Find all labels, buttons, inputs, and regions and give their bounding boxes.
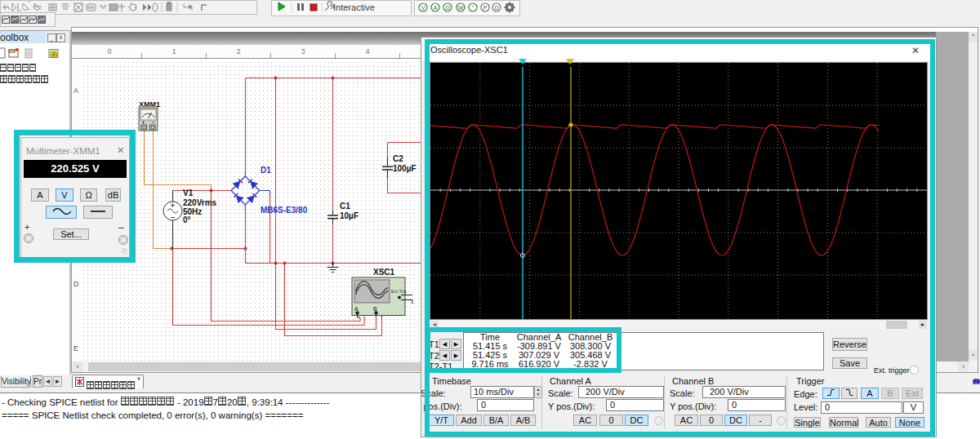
svg-text:V: V [421, 5, 425, 11]
svg-text:50Hz: 50Hz [183, 207, 202, 216]
svg-text:XMM1: XMM1 [139, 100, 160, 109]
svg-text:1: 1 [172, 47, 176, 55]
svg-text:A: A [354, 306, 359, 312]
svg-text:XSC1: XSC1 [373, 268, 395, 277]
svg-text:3: 3 [301, 47, 305, 55]
svg-text:A: A [434, 5, 438, 11]
svg-text:220Vrms: 220Vrms [183, 198, 217, 207]
svg-text:W: W [458, 5, 464, 11]
svg-text:0°: 0° [183, 215, 191, 224]
svg-text:10µF: 10µF [340, 211, 359, 220]
svg-text:4: 4 [366, 47, 370, 55]
svg-text:°: ° [472, 5, 474, 11]
svg-text:2: 2 [237, 47, 241, 55]
svg-text:MB6S-E3/80: MB6S-E3/80 [261, 206, 308, 215]
svg-text:B: B [373, 306, 377, 312]
svg-text:D1: D1 [261, 166, 271, 175]
svg-text:P: P [483, 5, 488, 11]
svg-text:Ω: Ω [494, 5, 498, 11]
svg-text:Ω: Ω [445, 5, 449, 11]
svg-text:C2: C2 [393, 154, 403, 163]
svg-text:0: 0 [108, 47, 112, 55]
svg-text:V1: V1 [183, 188, 194, 197]
svg-text:100µF: 100µF [393, 164, 416, 173]
svg-text:Ext Trig: Ext Trig [391, 289, 407, 294]
svg-text:C1: C1 [340, 202, 350, 211]
